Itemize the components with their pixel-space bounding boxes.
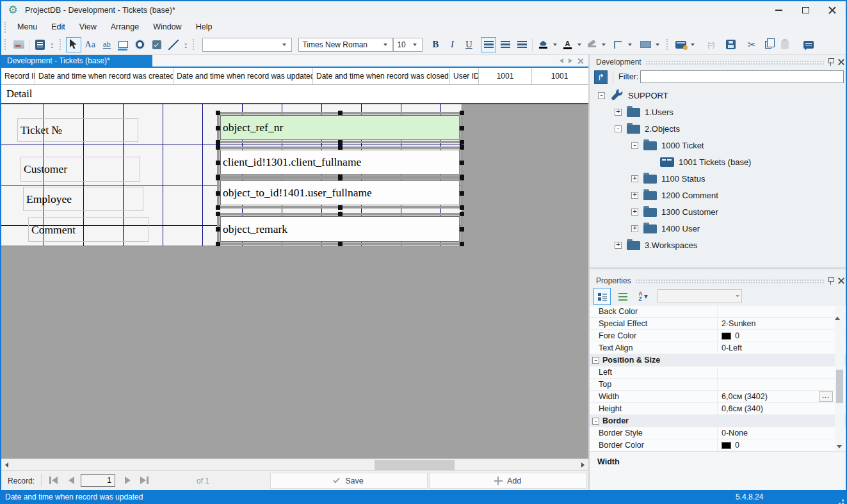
previous-record-button[interactable]	[64, 475, 78, 485]
sort-az-button[interactable]: AZ	[634, 288, 652, 305]
selection-handle[interactable]	[338, 205, 343, 210]
selection-handle[interactable]	[338, 111, 343, 115]
menu-item-window[interactable]: Window	[146, 20, 188, 33]
tree-item-1200-comment[interactable]: + 1200 Comment	[590, 187, 846, 203]
menu-item-edit[interactable]: Edit	[44, 20, 72, 33]
horizontal-scrollbar[interactable]	[1, 459, 588, 470]
selection-handle[interactable]	[460, 111, 464, 115]
selection-handle[interactable]	[216, 145, 220, 150]
property-row-border-color[interactable]: Border Color 0	[590, 439, 846, 452]
selection-handle[interactable]	[216, 126, 220, 130]
selection-handle[interactable]	[216, 205, 220, 210]
ellipsis-button[interactable]: ...	[819, 391, 833, 402]
header-cell-updated[interactable]: Date and time when record was updated	[173, 68, 313, 84]
form-label-comment[interactable]: Comment	[28, 217, 149, 242]
property-group-border[interactable]: - Border	[590, 415, 846, 427]
menu-item-menu[interactable]: Menu	[10, 20, 44, 33]
tree-item-1400-user[interactable]: + 1400 User	[590, 220, 846, 237]
field-object-ref-nr[interactable]: object_ref_nr	[217, 112, 463, 143]
tree-expander[interactable]: -	[631, 142, 638, 149]
scrollbar-thumb[interactable]	[836, 370, 843, 403]
minimize-button[interactable]	[765, 1, 792, 19]
group-expander[interactable]: -	[592, 357, 599, 364]
field-object-remark[interactable]: object_remark	[217, 213, 463, 245]
selection-handle[interactable]	[216, 191, 220, 196]
font-color-button[interactable]: A	[560, 37, 575, 52]
font-combobox[interactable]: Times New Roman	[298, 38, 393, 52]
selection-handle[interactable]	[460, 145, 464, 150]
selection-handle[interactable]	[338, 140, 343, 145]
property-row-special-effect[interactable]: Special Effect 2-Sunken	[590, 318, 846, 330]
selection-handle[interactable]	[460, 242, 464, 246]
pin-panel-button[interactable]	[825, 276, 835, 286]
scroll-up-icon[interactable]	[835, 306, 840, 320]
panel-divider[interactable]	[590, 267, 846, 269]
field-client-id[interactable]: client_id!1301.client_fullname	[217, 146, 463, 178]
tree-item-support[interactable]: - SUPPORT	[590, 87, 846, 104]
selection-handle[interactable]	[338, 145, 343, 150]
selection-handle[interactable]	[460, 227, 464, 232]
tree-expander[interactable]: -	[598, 92, 605, 99]
property-row-text-align[interactable]: Text Align 0-Left	[590, 342, 846, 354]
next-record-button[interactable]	[120, 475, 134, 485]
tree-expander[interactable]: +	[631, 175, 638, 182]
header-cell-user-id[interactable]: User ID	[450, 68, 479, 84]
textbox-tool-button[interactable]: ab	[99, 37, 115, 52]
italic-button[interactable]: I	[444, 37, 460, 52]
window-options-button[interactable]	[673, 37, 688, 52]
header-cell-1001-b[interactable]: 1001	[532, 68, 587, 84]
selection-handle[interactable]	[460, 205, 464, 210]
selection-handle[interactable]	[338, 176, 343, 180]
tree-expander[interactable]: +	[615, 109, 622, 116]
selection-handle[interactable]	[338, 212, 343, 216]
selection-handle[interactable]	[216, 140, 220, 145]
scroll-down-icon[interactable]	[837, 445, 842, 448]
label-tool-button[interactable]: Aa	[83, 37, 98, 52]
comment-button[interactable]	[801, 37, 816, 52]
menu-item-arrange[interactable]: Arrange	[104, 20, 146, 33]
scroll-left-button[interactable]	[1, 459, 12, 471]
property-group-position-size[interactable]: - Position & Size	[590, 354, 846, 366]
selection-handle[interactable]	[338, 242, 343, 246]
tree-item-1001-tickets-base[interactable]: 1001 Tickets (base)	[590, 154, 846, 170]
chevron-down-icon[interactable]	[656, 43, 659, 46]
paste-button[interactable]	[777, 37, 793, 52]
radio-tool-button[interactable]	[133, 37, 148, 52]
property-row-top[interactable]: Top	[590, 379, 846, 391]
menu-item-help[interactable]: Help	[189, 20, 220, 33]
tree-expander[interactable]: -	[615, 125, 622, 132]
last-record-button[interactable]	[137, 475, 151, 485]
tree-item-objects[interactable]: - 2.Objects	[590, 120, 846, 137]
property-object-combobox[interactable]	[657, 289, 742, 303]
line-tool-button[interactable]	[166, 37, 181, 52]
selection-handle[interactable]	[460, 212, 464, 216]
align-left-button[interactable]	[481, 37, 496, 52]
selection-handle[interactable]	[216, 212, 220, 216]
tree-item-users[interactable]: + 1.Users	[590, 104, 846, 120]
property-row-height[interactable]: Height 0,6см (340)	[590, 403, 846, 415]
save-record-button[interactable]: Save	[270, 473, 428, 489]
categorized-view-button[interactable]	[593, 288, 611, 305]
record-number-input[interactable]	[81, 474, 115, 487]
form-label-ticket[interactable]: Ticket №	[17, 118, 138, 142]
tree-item-workspaces[interactable]: + 3.Workspaces	[590, 237, 846, 253]
toolbar-overflow-icon[interactable]: ⌄⌄	[184, 42, 188, 48]
underline-button[interactable]: U	[461, 37, 476, 52]
selection-handle[interactable]	[460, 161, 464, 165]
add-record-button[interactable]: Add	[429, 473, 586, 489]
tree-item-1000-ticket[interactable]: - 1000 Ticket	[590, 137, 846, 154]
close-panel-button[interactable]	[835, 57, 846, 67]
tab-close-icon[interactable]	[577, 58, 583, 64]
header-cell-record-id[interactable]: Record ID	[1, 68, 35, 84]
scroll-right-button[interactable]	[577, 459, 588, 471]
menu-item-view[interactable]: View	[72, 20, 104, 33]
bold-button[interactable]: B	[428, 37, 443, 52]
header-cell-closed[interactable]: Date and time when record was closed	[313, 68, 450, 84]
selection-handle[interactable]	[460, 126, 464, 130]
selection-handle[interactable]	[216, 227, 220, 232]
selection-handle[interactable]	[460, 140, 464, 145]
property-row-width[interactable]: Width 6,0см (3402) ...	[590, 391, 846, 403]
alphabetical-view-button[interactable]	[614, 288, 631, 305]
save-button[interactable]	[723, 37, 738, 52]
selection-handle[interactable]	[216, 242, 220, 246]
